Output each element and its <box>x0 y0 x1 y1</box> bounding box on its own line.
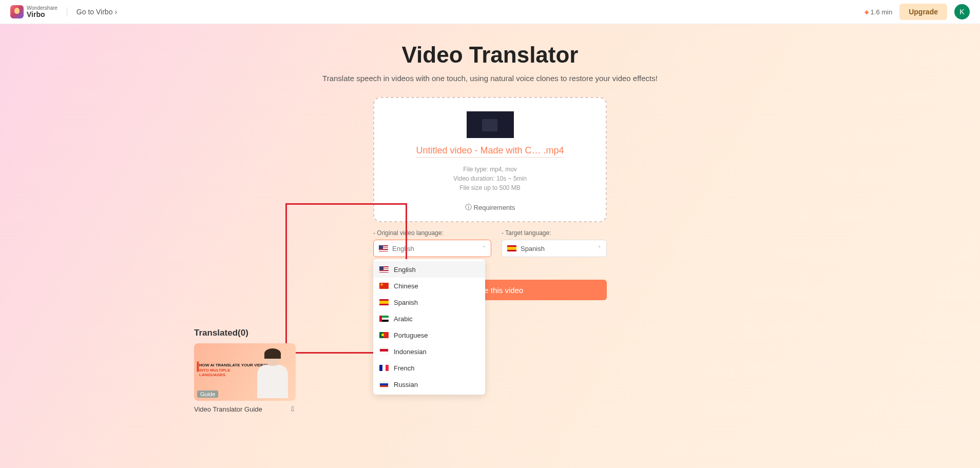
uploaded-file-name: Untitled video - Made with C… .mp4 <box>416 145 564 158</box>
brand-logo[interactable]: Wondershare Virbo <box>10 5 57 18</box>
main-content: Video Translator Translate speech in vid… <box>0 24 980 468</box>
chevron-down-icon: ˅ <box>598 245 601 252</box>
language-dropdown: EnglishChineseSpanishArabicPortugueseInd… <box>373 259 485 395</box>
flag-ru-icon <box>379 381 389 387</box>
language-option[interactable]: Arabic <box>373 310 485 327</box>
header-right: ◆ 1.6 min Upgrade K <box>864 4 970 20</box>
page-title: Video Translator <box>0 42 980 68</box>
original-language-input[interactable] <box>392 245 478 252</box>
language-option-label: Chinese <box>394 282 418 290</box>
header-divider <box>67 7 67 16</box>
original-language-label: - Original video language: <box>373 229 491 237</box>
question-circle-icon: ⓘ <box>465 203 472 212</box>
language-option-label: Spanish <box>394 299 418 306</box>
flag-fr-icon <box>379 365 389 371</box>
page-subtitle: Translate speech in videos with one touc… <box>0 74 980 83</box>
go-to-virbo-link[interactable]: Go to Virbo › <box>76 8 117 16</box>
target-language-value: Spanish <box>521 245 545 252</box>
guide-badge: Guide <box>197 391 218 398</box>
language-option-label: English <box>394 266 416 274</box>
guide-card[interactable]: ▎ HOW AI TRANSLATE YOUR VIDEOS INTO MULT… <box>194 343 296 413</box>
go-to-virbo-label: Go to Virbo <box>76 8 113 16</box>
language-option-label: Indonesian <box>394 348 427 356</box>
language-option-label: Russian <box>394 381 418 388</box>
flag-es-icon <box>379 299 389 305</box>
guide-title-row: Video Translator Guide ⇩ <box>194 405 296 413</box>
brand-text: Wondershare Virbo <box>27 5 57 18</box>
flag-id-icon <box>379 348 389 355</box>
file-info: File type: mp4, mov Video duration: 10s … <box>385 165 595 192</box>
flag-cn-icon <box>379 283 389 289</box>
language-option[interactable]: Indonesian <box>373 343 485 360</box>
language-option-label: Arabic <box>394 315 413 323</box>
target-language-label: - Target language: <box>502 229 607 237</box>
minutes-remaining[interactable]: ◆ 1.6 min <box>864 8 893 16</box>
file-size-info: File size up to 500 MB <box>385 183 595 192</box>
chevron-up-icon: ˄ <box>483 245 486 252</box>
original-language-select[interactable]: ˄ <box>373 240 491 257</box>
flag-us-icon <box>379 245 388 251</box>
language-option[interactable]: Russian <box>373 376 485 393</box>
requirements-label: Requirements <box>474 204 515 211</box>
language-option-label: Portuguese <box>394 332 428 339</box>
language-option[interactable]: English <box>373 261 485 278</box>
language-option[interactable]: Portuguese <box>373 327 485 343</box>
language-option[interactable]: Chinese <box>373 278 485 294</box>
chevron-right-icon: › <box>114 8 117 16</box>
app-header: Wondershare Virbo Go to Virbo › ◆ 1.6 mi… <box>0 0 980 24</box>
translated-heading: Translated(0) <box>194 328 980 338</box>
target-language-col: - Target language: Spanish ˅ <box>502 229 607 257</box>
video-thumbnail <box>467 111 514 138</box>
requirements-link[interactable]: ⓘ Requirements <box>385 203 595 212</box>
flag-us-icon <box>379 266 389 272</box>
download-icon[interactable]: ⇩ <box>290 405 296 413</box>
language-option[interactable]: French <box>373 360 485 376</box>
file-duration-info: Video duration: 10s ~ 5min <box>385 174 595 183</box>
flag-pt-icon <box>379 332 389 338</box>
flag-es-icon <box>507 245 516 251</box>
flag-ae-icon <box>379 316 389 322</box>
original-language-col: - Original video language: ˄ <box>373 229 491 257</box>
language-row: - Original video language: ˄ - Target la… <box>373 229 607 257</box>
language-option-label: French <box>394 364 414 372</box>
header-left: Wondershare Virbo Go to Virbo › <box>10 5 117 18</box>
target-language-select[interactable]: Spanish ˅ <box>502 240 607 257</box>
virbo-logo-icon <box>10 5 24 18</box>
guide-title: Video Translator Guide <box>194 405 262 413</box>
brand-bottom: Virbo <box>27 11 57 18</box>
user-avatar[interactable]: K <box>954 4 970 20</box>
upgrade-button[interactable]: Upgrade <box>899 4 947 20</box>
file-type-info: File type: mp4, mov <box>385 165 595 174</box>
diamond-icon: ◆ <box>864 9 869 15</box>
guide-thumbnail: ▎ HOW AI TRANSLATE YOUR VIDEOS INTO MULT… <box>194 343 296 401</box>
guide-person-icon <box>253 350 293 401</box>
minutes-text: 1.6 min <box>871 8 893 16</box>
language-option[interactable]: Spanish <box>373 294 485 310</box>
upload-card[interactable]: Untitled video - Made with C… .mp4 File … <box>373 97 607 222</box>
